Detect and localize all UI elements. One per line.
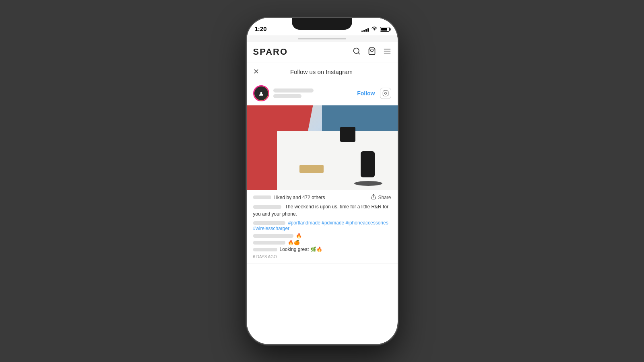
post-content: Liked by and 472 others Share: [247, 190, 398, 263]
progress-bar: [298, 38, 346, 39]
widget-header: ✕ Follow us on Instagram: [247, 62, 398, 81]
skeleton-handle: [273, 94, 301, 98]
post-image: [247, 105, 398, 190]
comment-3-text: Looking great 🌿🔥: [280, 247, 322, 252]
desk-surface: [277, 131, 398, 190]
close-button[interactable]: ✕: [253, 67, 259, 76]
cart-icon[interactable]: [368, 47, 376, 57]
header-icons: [353, 47, 391, 57]
commenter-1-skeleton: [253, 234, 293, 238]
profile-row: Follow: [247, 81, 398, 105]
share-button[interactable]: Share: [371, 194, 391, 201]
svg-point-8: [384, 92, 386, 94]
comment-row-2: 🔥🍊: [253, 240, 391, 245]
comment-1-emoji: 🔥: [296, 233, 302, 239]
phone-on-charger-decoration: [361, 151, 375, 177]
screen: 1:20: [247, 18, 398, 344]
liked-by-avatar-skeleton: [253, 195, 271, 199]
instagram-icon[interactable]: [380, 88, 391, 99]
phone-shell: 1:20: [247, 18, 398, 344]
comment-row-3: Looking great 🌿🔥: [253, 247, 391, 252]
glasses-decoration: [299, 165, 324, 173]
charger-pad-decoration: [354, 181, 382, 186]
share-icon: [371, 194, 376, 201]
clock-decoration: [340, 127, 355, 142]
signal-icon: [361, 27, 369, 32]
post-caption: The weekend is upon us, time for a littl…: [253, 203, 391, 218]
commenter-3-skeleton: [253, 248, 277, 251]
post-hashtags: #portlandmade #pdxmade #iphoneaccessorie…: [253, 220, 391, 231]
skeleton-username: [273, 88, 314, 93]
status-icons: [361, 26, 390, 32]
likes-row: Liked by and 472 others Share: [253, 194, 391, 201]
app-logo: SPARO: [253, 47, 353, 57]
liked-by-text: Liked by and 472 others: [274, 195, 325, 200]
profile-name-skeleton: [273, 88, 357, 98]
instagram-widget: ✕ Follow us on Instagram: [247, 62, 398, 263]
widget-title: Follow us on Instagram: [264, 68, 379, 75]
notch: [292, 18, 352, 30]
share-label: Share: [378, 195, 391, 200]
app-header: SPARO: [247, 42, 398, 62]
search-icon[interactable]: [353, 47, 361, 57]
wifi-icon: [371, 26, 378, 32]
battery-icon: [380, 27, 390, 32]
svg-rect-7: [383, 90, 388, 96]
caption-username-skeleton: [253, 205, 281, 209]
svg-line-1: [358, 52, 359, 54]
post-timestamp: 6 DAYS AGO: [253, 255, 391, 259]
menu-icon[interactable]: [383, 47, 391, 57]
follow-button[interactable]: Follow: [357, 90, 375, 97]
commenter-2-skeleton: [253, 241, 285, 245]
svg-point-9: [387, 92, 387, 92]
avatar: [253, 85, 269, 101]
comment-2-emoji: 🔥🍊: [288, 240, 300, 245]
progress-bar-container: [247, 35, 398, 42]
hashtag-name-skeleton: [253, 221, 285, 225]
avatar-inner: [254, 86, 268, 100]
comment-row-1: 🔥: [253, 233, 391, 239]
